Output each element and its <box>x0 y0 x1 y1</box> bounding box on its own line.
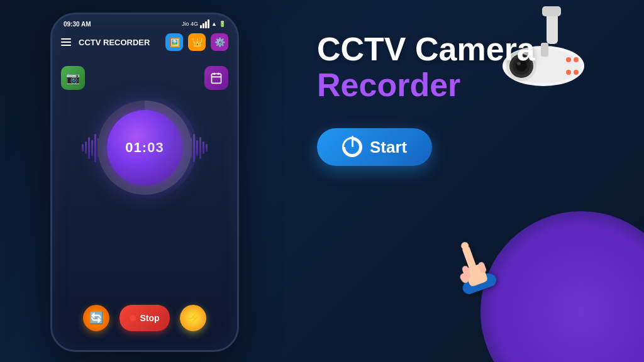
phone-mockup: 09:30 AM Jio 4G ▲ 🔋 CCTV RECORDER 🖼️ 👑 <box>38 13 252 362</box>
toolbar-title: CCTV RECORDER <box>79 38 160 47</box>
carrier-text: Jio 4G <box>182 21 198 27</box>
phone-screen: 09:30 AM Jio 4G ▲ 🔋 CCTV RECORDER 🖼️ 👑 <box>50 13 239 352</box>
status-time: 09:30 AM <box>64 21 91 28</box>
app-title-line2: Recorder <box>317 67 619 103</box>
background-blob <box>480 211 644 362</box>
recording-controls: 🔄 Stop ⚡ <box>83 305 206 331</box>
svg-rect-1 <box>542 6 561 16</box>
hand-cursor-illustration <box>441 231 494 292</box>
timer-display: 01:03 <box>97 101 192 195</box>
status-right: Jio 4G ▲ 🔋 <box>182 19 226 28</box>
app-toolbar: CCTV RECORDER 🖼️ 👑 ⚙️ <box>52 30 237 55</box>
camera-toggle-button[interactable]: 📷 <box>61 66 85 90</box>
gallery-icon[interactable]: 🖼️ <box>165 33 183 51</box>
crown-icon[interactable]: 👑 <box>188 33 206 51</box>
stop-button[interactable]: Stop <box>119 305 170 331</box>
wifi-icon: ▲ <box>211 21 217 27</box>
app-title-line1: CCTV Camera <box>317 31 619 67</box>
recording-indicator <box>130 315 136 321</box>
start-label: Start <box>370 138 407 157</box>
stop-label: Stop <box>140 313 159 323</box>
schedule-button[interactable] <box>204 66 228 90</box>
flip-camera-button[interactable]: 🔄 <box>83 305 109 331</box>
status-bar: 09:30 AM Jio 4G ▲ 🔋 <box>52 14 237 31</box>
phone-content: 📷 <box>52 60 237 350</box>
timer-value: 01:03 <box>125 140 164 156</box>
signal-icon <box>200 19 209 28</box>
start-button[interactable]: Start <box>317 128 432 166</box>
battery-icon: 🔋 <box>219 21 226 27</box>
menu-icon[interactable] <box>61 38 71 46</box>
settings-icon[interactable]: ⚙️ <box>211 33 228 51</box>
right-panel: CCTV Camera Recorder Start <box>317 31 619 166</box>
svg-rect-14 <box>212 74 221 83</box>
flash-button[interactable]: ⚡ <box>180 305 206 331</box>
power-icon <box>342 137 362 157</box>
